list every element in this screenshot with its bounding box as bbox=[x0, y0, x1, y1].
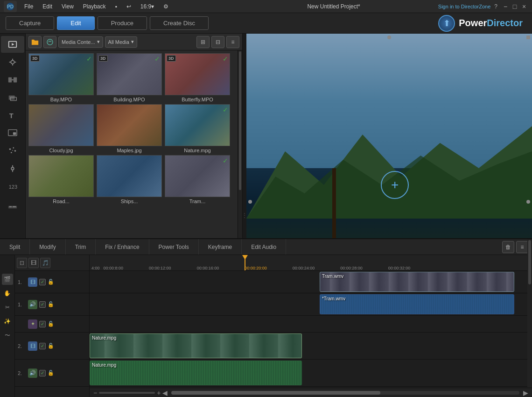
track-visibility-check[interactable]: ✓ bbox=[39, 370, 46, 376]
sidebar-overlay-btn[interactable] bbox=[1, 89, 24, 106]
badge-3d: 3D bbox=[98, 55, 108, 62]
zoom-slider[interactable] bbox=[99, 392, 155, 394]
import-btn[interactable] bbox=[43, 36, 56, 48]
vertical-scrollbar[interactable] bbox=[527, 255, 532, 388]
hand-tool-icon[interactable]: ✋ bbox=[2, 288, 13, 299]
sidebar-audio-btn[interactable] bbox=[1, 160, 24, 177]
delete-clip-btn[interactable]: 🗑 bbox=[502, 241, 514, 253]
zoom-out-btn[interactable]: − bbox=[93, 389, 97, 397]
create-disc-button[interactable]: Create Disc bbox=[150, 16, 209, 30]
help-icon[interactable]: ? bbox=[494, 3, 497, 10]
sidebar-title-btn[interactable]: T bbox=[1, 107, 24, 124]
track-lock-btn[interactable]: 🔓 bbox=[48, 301, 54, 307]
edit-button[interactable]: Edit bbox=[57, 16, 94, 30]
menu-extra4[interactable]: ⚙ bbox=[160, 2, 172, 11]
sidebar-fx-btn[interactable] bbox=[1, 54, 24, 71]
sidebar-pip-btn[interactable] bbox=[1, 125, 24, 142]
list-item[interactable]: 3D ✓ Building.MPO bbox=[97, 53, 162, 102]
nature-video-clip[interactable]: Nature.mpg bbox=[90, 333, 302, 358]
tab-trim[interactable]: Trim bbox=[66, 239, 96, 255]
grid-view-btn[interactable]: ⊟ bbox=[211, 36, 224, 48]
tram-video-clip[interactable]: Tram.wmv bbox=[320, 272, 514, 292]
produce-button[interactable]: Produce bbox=[98, 16, 147, 30]
list-item[interactable]: Maples.jpg bbox=[97, 104, 162, 153]
track-list: 1. 🎞 ✓ 🔓 1. 🔊 ✓ 🔓 ✦ ✓ 🔓 bbox=[15, 271, 89, 397]
audio-track-btn[interactable]: 🎵 bbox=[40, 258, 50, 268]
master-clip-icon[interactable]: 🎬 bbox=[2, 274, 13, 285]
preview-handle-top[interactable] bbox=[387, 35, 391, 39]
list-item[interactable]: ✓ Nature.mpg bbox=[165, 104, 230, 153]
track-row-1-video: 1. 🎞 ✓ 🔓 bbox=[15, 271, 89, 293]
sidebar-number-btn[interactable]: 123 bbox=[1, 178, 24, 195]
menu-edit[interactable]: Edit bbox=[39, 2, 56, 11]
sidebar-media-btn[interactable] bbox=[1, 36, 24, 53]
curve-tool-icon[interactable]: 〜 bbox=[2, 330, 13, 341]
nature-audio-clip[interactable]: Nature.mpg bbox=[90, 361, 302, 385]
track-lock-btn[interactable]: 🔓 bbox=[48, 279, 54, 285]
check-badge: ✓ bbox=[154, 55, 160, 63]
track-visibility-check[interactable]: ✓ bbox=[39, 343, 46, 349]
zoom-in-btn[interactable]: + bbox=[157, 389, 161, 397]
fit-tracks-btn[interactable]: ⊡ bbox=[17, 258, 27, 268]
list-item[interactable]: 3D ✓ Butterfly.MPO bbox=[165, 53, 230, 102]
maximize-button[interactable]: □ bbox=[511, 3, 519, 10]
preview-handle-top-right[interactable] bbox=[526, 35, 530, 39]
sidebar-transition-btn[interactable] bbox=[1, 71, 24, 88]
clip-label-tram-audio: *Tram.wmv bbox=[322, 296, 345, 301]
capture-button[interactable]: Capture bbox=[6, 16, 54, 30]
media-thumb-building: 3D ✓ bbox=[97, 53, 162, 95]
svg-marker-3 bbox=[12, 43, 14, 46]
magic-tool-icon[interactable]: ✨ bbox=[2, 316, 13, 327]
track-visibility-check[interactable]: ✓ bbox=[39, 279, 46, 285]
track-lock-btn[interactable]: 🔓 bbox=[48, 321, 54, 327]
preview-crosshair bbox=[381, 171, 409, 199]
track-row-2-video: 2. 🎞 ✓ 🔓 bbox=[15, 333, 89, 360]
media-options-btn[interactable]: ≡ bbox=[226, 36, 239, 48]
preview-handle-left[interactable] bbox=[248, 200, 252, 204]
timeline-scrollbar[interactable] bbox=[171, 391, 519, 395]
menu-view[interactable]: View bbox=[58, 2, 77, 11]
sidebar-particle-btn[interactable] bbox=[1, 142, 24, 159]
media-content-dropdown[interactable]: Media Conte... ▾ bbox=[58, 36, 103, 48]
sign-in-link[interactable]: Sign in to DirectorZone bbox=[438, 4, 491, 9]
menu-extra3[interactable]: 16:9▾ bbox=[137, 2, 158, 11]
minimize-button[interactable]: − bbox=[501, 3, 510, 10]
track-number: 1. bbox=[18, 302, 26, 307]
sidebar-subtitle-btn[interactable] bbox=[1, 196, 24, 213]
tab-edit-audio[interactable]: Edit Audio bbox=[242, 239, 286, 255]
track-lock-btn[interactable]: 🔓 bbox=[48, 343, 54, 349]
timeline-ruler[interactable]: 4:00 00:00:8:00 00:00:12:00 00:00:16:00 … bbox=[90, 255, 532, 271]
track-visibility-check[interactable]: ✓ bbox=[39, 321, 46, 327]
list-item[interactable]: Cloudy.jpg bbox=[28, 104, 94, 153]
list-view-btn[interactable]: ⊞ bbox=[196, 36, 210, 48]
tab-modify[interactable]: Modify bbox=[30, 239, 65, 255]
list-item[interactable]: 3D ✓ Bay.MPO bbox=[28, 53, 94, 102]
tab-fix-enhance[interactable]: Fix / Enhance bbox=[96, 239, 149, 255]
list-item[interactable]: Ships... bbox=[97, 155, 162, 204]
list-item[interactable]: Road... bbox=[28, 155, 94, 204]
menu-extra1[interactable]: ▪ bbox=[112, 2, 121, 11]
track-row-effect: ✦ ✓ 🔓 bbox=[15, 316, 89, 333]
menu-extra2[interactable]: ↩ bbox=[123, 2, 135, 11]
preview-handle-right[interactable] bbox=[526, 200, 530, 204]
tab-power-tools[interactable]: Power Tools bbox=[149, 239, 199, 255]
tab-split[interactable]: Split bbox=[0, 239, 30, 255]
tram-audio-clip[interactable]: *Tram.wmv bbox=[320, 294, 514, 314]
track-lock-btn[interactable]: 🔓 bbox=[48, 370, 54, 376]
close-button[interactable]: × bbox=[520, 3, 528, 10]
track-visibility-check[interactable]: ✓ bbox=[39, 301, 46, 308]
timeline-settings-btn[interactable]: ≡ bbox=[516, 241, 528, 253]
scroll-right-btn[interactable]: ▶ bbox=[523, 389, 528, 397]
tab-keyframe[interactable]: Keyframe bbox=[199, 239, 242, 255]
menu-file[interactable]: File bbox=[21, 2, 37, 11]
media-filter-dropdown[interactable]: All Media ▾ bbox=[105, 36, 137, 48]
media-filename: Cloudy.jpg bbox=[49, 148, 73, 153]
menu-playback[interactable]: Playback bbox=[79, 2, 110, 11]
list-item[interactable]: ✓ Tram... bbox=[165, 155, 230, 204]
open-folder-btn[interactable] bbox=[28, 36, 42, 48]
playhead[interactable] bbox=[245, 255, 245, 270]
razor-tool-icon[interactable]: ✂ bbox=[2, 302, 13, 313]
track-type-icon: 🎞 bbox=[28, 341, 37, 351]
scroll-left-btn[interactable]: ◀ bbox=[162, 389, 168, 397]
video-track-btn[interactable]: 🎞 bbox=[28, 258, 39, 268]
